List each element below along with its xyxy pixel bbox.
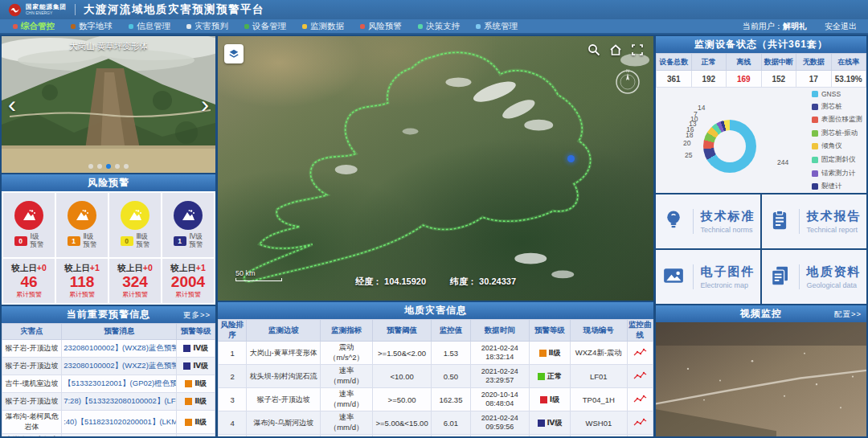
nav-item-决策支持[interactable]: 决策支持 — [410, 19, 468, 33]
legend-item-裂缝计[interactable]: 裂缝计 — [812, 182, 862, 191]
risk-level-1-stats[interactable]: 较上日+046累计预警 — [3, 259, 55, 303]
card-技术报告[interactable]: 技术报告Technical report — [762, 194, 866, 248]
legend-item-固定测斜仪[interactable]: 固定测斜仪 — [812, 155, 862, 165]
level-badge: Ⅱ级 — [185, 417, 207, 428]
risk-level-3-card[interactable]: 0Ⅲ级预警 — [109, 193, 161, 257]
map-view[interactable]: N 50 km 经度： 104.15920 纬度： 30.24337 — [218, 36, 653, 301]
warning-message: 232080100002】(WXZ8)蓝色预警：... — [62, 340, 177, 358]
latitude-readout: 纬度： 30.24337 — [450, 276, 516, 288]
current-user-name: 解明礼 — [783, 22, 807, 31]
risk-delta: 较上日+0 — [11, 263, 46, 274]
carousel-prev-button[interactable]: ‹ — [5, 89, 19, 120]
hazard-row[interactable]: 3猴子岩-开顶边坡速率（mm/d）>=50.00162.352020-10-14… — [219, 388, 653, 411]
company-logo[interactable]: 国家能源集团 CHN ENERGY — [8, 3, 67, 17]
nav-item-设备管理[interactable]: 设备管理 — [236, 19, 294, 33]
column-header: 监测指标 — [321, 320, 373, 342]
layers-button[interactable] — [224, 44, 244, 63]
card-地质资料[interactable]: 地质资料Geological data — [762, 250, 866, 304]
carousel-dot-3[interactable] — [115, 164, 120, 169]
hazard-row[interactable]: 4瀑布沟-乌斯河边坡速率（mm/d）>=5.00&<15.006.012021-… — [219, 411, 653, 435]
carousel-dot-4[interactable] — [124, 164, 129, 169]
monitor-curve-icon[interactable] — [633, 350, 647, 358]
legend-item-测芯桩[interactable]: 测芯桩 — [812, 102, 862, 112]
landslide-icon — [121, 201, 149, 230]
landslide-icon — [14, 201, 43, 230]
legend-item-表面位移监测[interactable]: 表面位移监测 — [812, 115, 862, 125]
card-电子图件[interactable]: 电子图件Electronic map — [656, 250, 760, 304]
bulb-icon — [661, 208, 686, 235]
warning-row[interactable]: 猴子岩-开顶边坡232080100002】(WXZ8)蓝色预警：...Ⅳ级 — [2, 340, 215, 358]
nav-item-监测数据[interactable]: 监测数据 — [294, 19, 352, 33]
monitor-curve-icon[interactable] — [633, 396, 647, 405]
warning-message: :40)【5118231020200001】(LKM0... — [62, 411, 177, 434]
risk-level-2-stats[interactable]: 较上日+1118累计预警 — [56, 259, 108, 303]
device-status-header: 监测设备状态（共计361套） — [656, 36, 866, 53]
hazard-row[interactable]: 5大岗山-郑家坪变形体速率（mm/d）>=15.00&<30.0015.5320… — [219, 435, 653, 437]
level-text: Ⅳ级 — [193, 361, 208, 371]
legend-item-测芯桩-振动[interactable]: 测芯桩-振动 — [812, 129, 862, 138]
legend-color-square — [812, 130, 818, 137]
landslide-icon — [68, 201, 96, 230]
carousel-dot-1[interactable] — [97, 164, 102, 169]
logout-button[interactable]: 安全退出 — [825, 21, 857, 32]
nav-item-系统管理[interactable]: 系统管理 — [468, 19, 526, 33]
risk-count-badge: 1 — [68, 236, 80, 246]
card-技术标准[interactable]: 技术标准Technical norms — [656, 194, 760, 248]
warning-row[interactable]: 猴子岩-开顶边坡232080100002】(WXZ2)蓝色预警：...Ⅳ级 — [2, 358, 215, 375]
legend-item-倾角仪[interactable]: 倾角仪 — [812, 141, 862, 151]
legend-item-GNSS[interactable]: GNSS — [812, 90, 862, 98]
nav-right: 当前用户：解明礼 安全退出 — [743, 21, 863, 32]
hazard-row[interactable]: 1大岗山-黄草坪变形体震动（m/s^2）>=1.50&<2.001.532021… — [219, 342, 653, 365]
main-content: 大岗山·黄草坪变形体 ‹ › 风险预警 0Ⅰ级预警1Ⅱ级预警0Ⅲ级预警1Ⅳ级预警… — [0, 35, 868, 438]
card-subtitle: Geological data — [807, 281, 862, 289]
fullscreen-icon[interactable] — [631, 43, 644, 56]
info-icon — [129, 24, 133, 29]
carousel-next-button[interactable]: › — [198, 89, 212, 120]
warning-site: 大岗山-郑家坪变形体 — [2, 434, 62, 437]
risk-level-4-stats[interactable]: 较上日+12004累计预警 — [162, 259, 214, 303]
monitor-curve-icon[interactable] — [633, 420, 647, 428]
warning-row[interactable]: 吉牛-缆机室边坡【513323012001】(GP02)橙色预警...Ⅱ级 — [2, 375, 215, 393]
legend-item-锚索测力计[interactable]: 锚索测力计 — [812, 169, 862, 178]
nav-items: 综合管控数字地球信息管理灾害预判设备管理监测数据风险预警决策支持系统管理 — [5, 19, 526, 33]
warning-row[interactable]: 大岗山-郑家坪变形体-09 11:33:29)【513322105010000.… — [2, 434, 215, 437]
station-marker[interactable] — [567, 155, 575, 162]
nav-item-综合管控[interactable]: 综合管控 — [5, 19, 63, 33]
card-subtitle: Electronic map — [701, 281, 755, 289]
nav-item-灾害预判[interactable]: 灾害预判 — [178, 19, 236, 33]
center-column: N 50 km 经度： 104.15920 纬度： 30.24337 地质灾害信… — [218, 36, 653, 436]
legend-label: 固定测斜仪 — [821, 155, 856, 165]
video-config-link[interactable]: 配置>> — [834, 305, 862, 322]
geo-hazard-table: 风险排序监测边坡监测指标预警阈值监控值数据时间预警等级现场编号监控曲线 1大岗山… — [218, 319, 653, 436]
carousel-dot-0[interactable] — [88, 164, 93, 169]
nav-item-风险预警[interactable]: 风险预警 — [352, 19, 410, 33]
level-text: Ⅱ级 — [549, 348, 561, 358]
top-header: 国家能源集团 CHN ENERGY 大渡河流域地质灾害预测预警平台 — [0, 0, 868, 19]
warning-row[interactable]: 猴子岩-开顶边坡7:28)【5133232080100002】(LF02...Ⅱ… — [2, 393, 215, 411]
more-link[interactable]: 更多>> — [183, 306, 211, 323]
carousel-dot-2[interactable] — [106, 164, 111, 169]
legend-color-square — [812, 183, 818, 190]
level-color-square — [539, 350, 547, 357]
risk-level-4-card[interactable]: 1Ⅳ级预警 — [162, 193, 214, 257]
column-header: 预警等级 — [177, 324, 215, 340]
risk-level-2-card[interactable]: 1Ⅱ级预警 — [56, 193, 108, 257]
photo-carousel: 大岗山·黄草坪变形体 ‹ › — [2, 36, 215, 173]
warning-row[interactable]: 瀑布沟-老柯凤危岩体:40)【5118231020200001】(LKM0...… — [2, 411, 215, 434]
nav-item-数字地球[interactable]: 数字地球 — [63, 19, 121, 33]
hazard-row[interactable]: 2枕头坝-别村沟泥石流速率（mm/d）<10.000.502021-02-24 … — [219, 365, 653, 388]
donut-chart[interactable] — [703, 120, 756, 173]
search-icon[interactable] — [588, 43, 600, 56]
hazard-indicator: 速率（mm/d） — [321, 435, 373, 437]
risk-level-3-stats[interactable]: 较上日+0324累计预警 — [109, 259, 161, 303]
risk-level-label: Ⅱ级预警 — [84, 233, 97, 249]
monitor-curve-icon[interactable] — [633, 373, 647, 382]
level-badge: Ⅰ级 — [540, 395, 559, 405]
risk-warning-header: 风险预警 — [2, 174, 215, 191]
column-header: 预警消息 — [62, 324, 177, 340]
home-icon[interactable] — [609, 43, 622, 56]
hazard-time: 2021-02-24 18:32:14 — [470, 342, 529, 365]
risk-level-1-card[interactable]: 0Ⅰ级预警 — [3, 193, 55, 257]
level-color-square — [183, 345, 190, 352]
nav-item-信息管理[interactable]: 信息管理 — [121, 19, 178, 33]
